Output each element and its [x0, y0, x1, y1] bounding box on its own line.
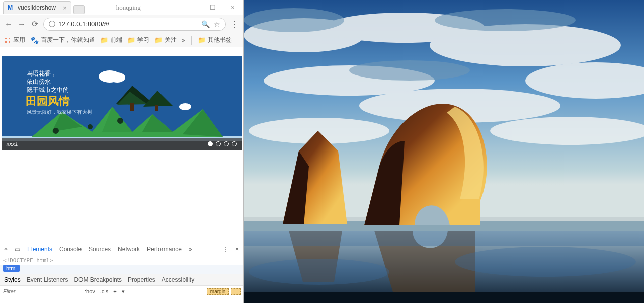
svg-rect-40 — [244, 231, 644, 246]
panel-tab-properties[interactable]: Properties — [128, 276, 155, 283]
apps-label: 应用 — [13, 36, 25, 44]
dom-breadcrumb[interactable]: html — [0, 265, 243, 274]
nav-reload-icon[interactable]: ⟳ — [30, 19, 39, 29]
svg-point-41 — [455, 247, 636, 277]
window-user-label: honqging — [116, 4, 141, 12]
svg-point-32 — [490, 117, 644, 145]
slide-dot[interactable] — [216, 141, 221, 146]
tabs-row: M vueslidershow × — [3, 1, 85, 14]
devtools-menu-icon[interactable]: ⋮ — [222, 246, 228, 253]
bookmark-item[interactable]: 📁 前端 — [100, 36, 122, 44]
window-close-icon[interactable]: × — [223, 2, 243, 13]
styles-filter-input[interactable] — [0, 287, 80, 295]
bookmark-star-icon[interactable]: ☆ — [214, 20, 220, 28]
slide-banner: 鸟语花香， 依山傍水 隐于城市之中的 田园风情 风景无限好，我家楼下有大树 — [2, 56, 242, 150]
devtools-tab-sources[interactable]: Sources — [89, 246, 111, 253]
browser-tab[interactable]: M vueslidershow × — [3, 1, 71, 14]
slide-caption: xxx1 — [7, 141, 18, 147]
devtools-tab-console[interactable]: Console — [59, 246, 82, 253]
svg-text:M: M — [8, 4, 13, 11]
bookmark-item[interactable]: 📁 关注 — [154, 36, 177, 44]
inspect-element-icon[interactable]: ⌖ — [4, 246, 8, 253]
slide-dot[interactable] — [224, 141, 229, 146]
svg-rect-11 — [130, 103, 134, 111]
cls-toggle[interactable]: .cls — [100, 288, 109, 295]
address-bar: ← → ⟳ ⓘ 🔍 ☆ ⋮ — [0, 15, 243, 33]
tab-close-icon[interactable]: × — [63, 4, 67, 12]
svg-text:隐于城市之中的: 隐于城市之中的 — [27, 86, 69, 93]
bookmark-label: 百度一下，你就知道 — [41, 36, 95, 44]
slide-caption-bar: xxx1 — [2, 138, 242, 150]
svg-text:依山傍水: 依山傍水 — [27, 78, 51, 85]
new-tab-button[interactable] — [73, 5, 85, 14]
slide-dot[interactable] — [232, 141, 237, 146]
panel-tab-dom-breakpoints[interactable]: DOM Breakpoints — [74, 276, 122, 283]
devtools-tab-network[interactable]: Network — [118, 246, 140, 253]
slide-dot[interactable] — [208, 141, 213, 146]
new-style-rule-icon[interactable]: + — [113, 288, 116, 295]
page-viewport: 鸟语花香， 依山傍水 隐于城市之中的 田园风情 风景无限好，我家楼下有大树 xx… — [0, 47, 243, 242]
devtools-tab-performance[interactable]: Performance — [147, 246, 182, 253]
url-box[interactable]: ⓘ 🔍 ☆ — [43, 18, 226, 31]
svg-text:鸟语花香，: 鸟语花香， — [27, 70, 57, 77]
box-model-preview: margin – — [207, 288, 243, 295]
panel-tab-styles[interactable]: Styles — [4, 276, 21, 283]
breadcrumb-node[interactable]: html — [3, 265, 20, 272]
devtools-tab-elements[interactable]: Elements — [27, 246, 52, 253]
box-model-margin-label: margin — [207, 288, 229, 295]
box-model-margin-value: – — [231, 288, 241, 295]
svg-rect-13 — [155, 105, 158, 111]
folder-icon: 📁 — [100, 36, 108, 44]
tab-favicon-icon: M — [8, 4, 15, 11]
devtools-tabs-overflow-icon[interactable]: » — [189, 246, 192, 253]
other-bookmarks-label: 其他书签 — [208, 36, 232, 44]
bookmark-label: 学习 — [137, 36, 149, 44]
bookmark-item[interactable]: 📁 学习 — [127, 36, 149, 44]
nav-forward-icon[interactable]: → — [17, 20, 26, 29]
desktop-wallpaper — [244, 0, 644, 303]
style-rule-menu-icon[interactable]: ▾ — [122, 288, 125, 295]
svg-point-16 — [117, 118, 123, 124]
svg-point-19 — [179, 103, 191, 110]
svg-point-42 — [249, 259, 389, 285]
browser-menu-icon[interactable]: ⋮ — [230, 19, 239, 30]
bookmark-label: 关注 — [165, 36, 177, 44]
svg-point-35 — [435, 9, 576, 31]
panel-tab-accessibility[interactable]: Accessibility — [162, 276, 194, 283]
window-minimize-icon[interactable]: — — [183, 2, 203, 13]
folder-icon: 📁 — [198, 36, 206, 44]
baidu-icon: 🐾 — [30, 36, 39, 44]
wallpaper-image — [244, 0, 644, 303]
bookmark-label: 前端 — [110, 36, 122, 44]
tab-title: vueslidershow — [18, 4, 56, 11]
device-toolbar-icon[interactable]: ▭ — [15, 246, 20, 253]
devtools: ⌖ ▭ Elements Console Sources Network Per… — [0, 242, 243, 303]
devtools-close-icon[interactable]: × — [235, 246, 239, 253]
bookmarks-overflow-icon[interactable]: » — [182, 37, 185, 44]
window-titlebar: M vueslidershow × honqging — ☐ × — [0, 0, 243, 15]
search-in-page-icon[interactable]: 🔍 — [201, 20, 210, 28]
browser-window: M vueslidershow × honqging — ☐ × ← → ⟳ ⓘ… — [0, 0, 244, 303]
slide-dots — [208, 141, 237, 146]
other-bookmarks[interactable]: 📁 其他书签 — [198, 36, 232, 44]
folder-icon: 📁 — [154, 36, 163, 44]
svg-text:田园风情: 田园风情 — [26, 95, 70, 107]
window-controls: — ☐ × — [183, 2, 243, 13]
site-info-icon[interactable]: ⓘ — [49, 20, 55, 29]
devtools-panel-tabs: Styles Event Listeners DOM Breakpoints P… — [0, 274, 243, 286]
bookmarks-bar: 应用 🐾 百度一下，你就知道 📁 前端 📁 学习 📁 关注 » 📁 其他书签 — [0, 33, 243, 47]
styles-toolbar: :hov .cls + ▾ margin – — [0, 286, 243, 297]
panel-tab-event-listeners[interactable]: Event Listeners — [27, 276, 68, 283]
folder-icon: 📁 — [127, 36, 135, 44]
apps-shortcut[interactable]: 应用 — [4, 36, 25, 44]
nav-back-icon[interactable]: ← — [4, 20, 13, 29]
dom-tree-hint: <!DOCTYPE html> — [0, 256, 243, 265]
bookmark-item[interactable]: 🐾 百度一下，你就知道 — [30, 36, 95, 44]
devtools-tabs: ⌖ ▭ Elements Console Sources Network Per… — [0, 242, 243, 256]
window-maximize-icon[interactable]: ☐ — [203, 2, 223, 13]
url-input[interactable] — [58, 20, 198, 28]
bookmarks-divider — [191, 36, 192, 45]
hov-toggle[interactable]: :hov — [85, 288, 95, 295]
svg-point-36 — [349, 60, 470, 81]
slideshow[interactable]: 鸟语花香， 依山傍水 隐于城市之中的 田园风情 风景无限好，我家楼下有大树 xx… — [2, 56, 242, 150]
